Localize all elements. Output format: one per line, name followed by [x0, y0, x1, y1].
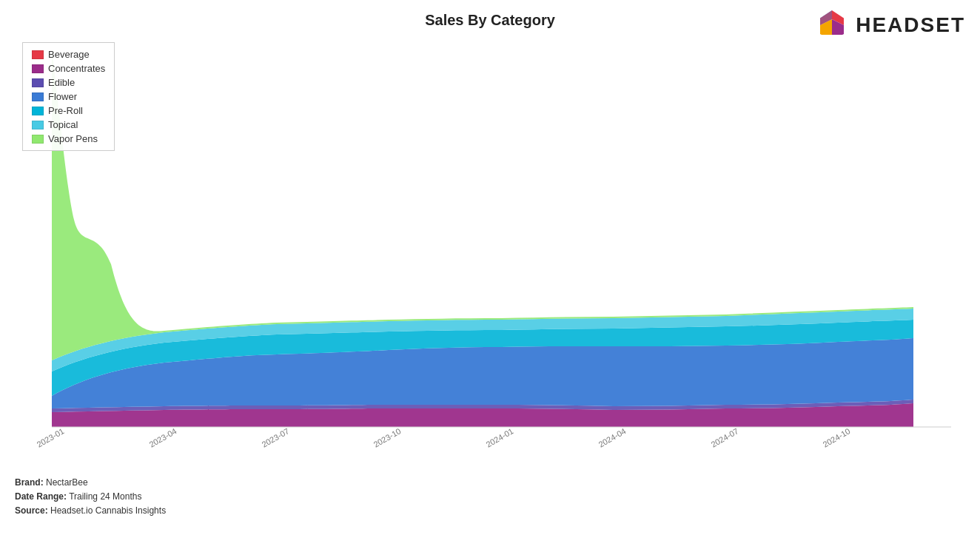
legend-item: Flower: [32, 91, 105, 102]
brand-label: Brand:: [15, 477, 44, 488]
date-range-label: Date Range:: [15, 491, 67, 502]
legend-color-swatch: [32, 107, 44, 115]
legend-color-swatch: [32, 78, 44, 87]
chart-footer: Brand: NectarBee Date Range: Trailing 24…: [0, 471, 980, 523]
date-range-value: Trailing 24 Months: [69, 491, 141, 502]
legend-color-swatch: [32, 64, 44, 73]
legend-item: Topical: [32, 119, 105, 130]
legend-label: Edible: [48, 77, 75, 88]
legend-label: Concentrates: [48, 63, 105, 74]
chart-title: Sales By Category: [425, 12, 555, 29]
chart-legend: BeverageConcentratesEdibleFlowerPre-Roll…: [22, 42, 115, 151]
source-info: Source: Headset.io Cannabis Insights: [15, 504, 965, 518]
logo-text: HEADSET: [856, 13, 965, 37]
legend-item: Beverage: [32, 49, 105, 60]
legend-label: Beverage: [48, 49, 90, 60]
area-chart: 2023-01 2023-04 2023-07 2023-10 2024-01 …: [7, 35, 965, 471]
chart-area: BeverageConcentratesEdibleFlowerPre-Roll…: [7, 35, 973, 471]
source-value: Headset.io Cannabis Insights: [50, 505, 166, 516]
brand-info: Brand: NectarBee: [15, 476, 965, 490]
legend-color-swatch: [32, 92, 44, 101]
legend-label: Topical: [48, 119, 78, 130]
legend-label: Vapor Pens: [48, 133, 98, 144]
legend-label: Flower: [48, 91, 77, 102]
legend-item: Pre-Roll: [32, 105, 105, 116]
legend-color-swatch: [32, 135, 44, 144]
legend-color-swatch: [32, 121, 44, 129]
chart-header: Sales By Category HEADSET: [0, 0, 980, 35]
legend-label: Pre-Roll: [48, 105, 83, 116]
legend-color-swatch: [32, 50, 44, 59]
brand-value: NectarBee: [46, 477, 88, 488]
page-wrapper: Sales By Category HEADSET BeverageConcen…: [0, 0, 980, 552]
legend-item: Edible: [32, 77, 105, 88]
legend-item: Vapor Pens: [32, 133, 105, 144]
date-range-info: Date Range: Trailing 24 Months: [15, 490, 965, 504]
legend-item: Concentrates: [32, 63, 105, 74]
source-label: Source:: [15, 505, 48, 516]
